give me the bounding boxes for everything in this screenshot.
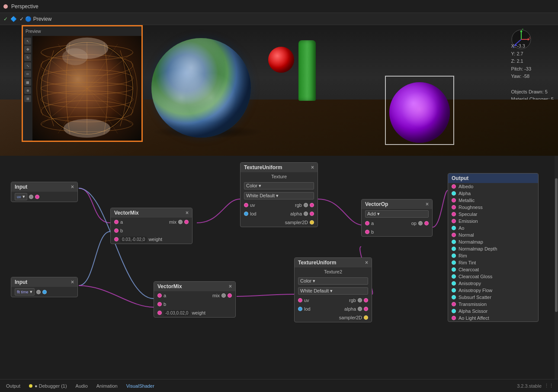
node-vectorop-close[interactable]: × <box>426 201 429 207</box>
tool-snap[interactable]: ⊕ <box>24 87 31 94</box>
tab-debugger[interactable]: ● Debugger (1) <box>27 382 69 389</box>
port-out-clearcoat-gloss[interactable] <box>452 274 456 279</box>
port-tex1-alpha-out[interactable] <box>310 212 314 216</box>
port-tex1-uv-in[interactable] <box>244 203 248 207</box>
tool-bucket[interactable]: ▦ <box>24 79 31 86</box>
node-input1-type[interactable]: uv <box>15 193 27 200</box>
texture2-default-select[interactable]: White Default <box>298 287 368 295</box>
node-vectormix2-close[interactable]: × <box>229 283 232 289</box>
port-input1-out[interactable] <box>35 195 39 199</box>
port-out-specular[interactable] <box>452 212 456 216</box>
port-vop-out[interactable] <box>424 221 429 225</box>
cam-x: X: -3.3 <box>511 42 554 50</box>
vm1-weight-value: 0.03,-0.02,0 <box>120 237 147 242</box>
port-tex2-rgb-eye[interactable] <box>358 298 362 302</box>
out-metallic-label: Metallic <box>459 198 535 203</box>
tex1-rgb-label: rgb <box>277 202 302 208</box>
port-out-metallic[interactable] <box>452 198 456 202</box>
vectorop-op-select[interactable]: Add <box>365 210 429 218</box>
port-tex1-rgb-eye[interactable] <box>304 203 308 207</box>
port-out-rim-tint[interactable] <box>452 260 456 265</box>
scrollbar-thumb[interactable] <box>555 178 558 312</box>
texture2-color-select[interactable]: Color <box>298 277 368 285</box>
node-output-title: Output <box>452 175 468 181</box>
port-input2-eye[interactable] <box>36 290 41 294</box>
port-out-subsurf[interactable] <box>452 295 456 299</box>
tab-visual-shader[interactable]: VisualShader <box>125 382 156 389</box>
port-vm2-mix-out[interactable] <box>228 293 232 298</box>
port-out-transmission[interactable] <box>452 302 456 306</box>
texture2-type-row: Texture2 <box>295 267 372 276</box>
debugger-label: ● Debugger (1) <box>35 383 67 389</box>
port-vm2-mix-eye[interactable] <box>221 293 226 298</box>
tool-rotate[interactable]: ↻ <box>24 54 31 61</box>
tool-paint[interactable]: ✏ <box>24 71 31 77</box>
port-out-anisotropy[interactable] <box>452 281 456 286</box>
svg-text:X: X <box>529 36 531 39</box>
port-out-ao-light[interactable] <box>452 316 456 320</box>
port-vop-op-eye[interactable] <box>418 221 423 225</box>
port-vm1-mix-out[interactable] <box>184 220 189 224</box>
port-tex2-alpha-eye[interactable] <box>358 307 362 311</box>
tab-audio[interactable]: Audio <box>74 382 90 389</box>
port-tex1-sampler[interactable] <box>310 220 314 225</box>
texture1-default-select[interactable]: White Default <box>244 192 314 199</box>
tool-grid[interactable]: ⊞ <box>24 95 31 102</box>
node-input2-close[interactable]: × <box>71 279 74 285</box>
port-out-albedo[interactable] <box>452 184 456 189</box>
port-tex2-lod-in[interactable] <box>298 307 302 311</box>
port-out-alpha-scissor[interactable] <box>452 309 456 313</box>
preview-label[interactable]: ✓ 🔵 Preview <box>19 16 51 22</box>
port-vm1-a-in[interactable] <box>114 220 119 224</box>
svg-point-19 <box>64 119 110 138</box>
port-out-emission[interactable] <box>452 219 456 223</box>
tool-scale[interactable]: ⤡ <box>24 62 31 69</box>
port-out-normal[interactable] <box>452 233 456 237</box>
tool-arrow[interactable]: ↖ <box>24 38 31 45</box>
port-tex2-sampler[interactable] <box>364 315 368 320</box>
node-texture2-close[interactable]: × <box>365 260 368 266</box>
right-scrollbar[interactable] <box>555 156 558 379</box>
port-vm2-a-in[interactable] <box>157 293 162 298</box>
tab-output[interactable]: Output <box>4 382 22 389</box>
tab-animation[interactable]: Animation <box>95 382 119 389</box>
output-row-ao: Ao <box>448 225 538 231</box>
port-vm2-weight-in[interactable] <box>157 311 162 315</box>
port-tex1-alpha-eye[interactable] <box>304 212 308 216</box>
port-tex2-alpha-out[interactable] <box>364 307 368 311</box>
node-input1-close[interactable]: × <box>71 184 74 190</box>
green-cylinder <box>298 40 316 101</box>
node-input1-header: Input × <box>11 182 77 192</box>
port-tex2-uv-in[interactable] <box>298 298 302 302</box>
port-input2-out[interactable] <box>42 290 47 294</box>
tool-move[interactable]: ✥ <box>24 46 31 53</box>
port-tex1-lod-in[interactable] <box>244 212 248 216</box>
port-out-alpha[interactable] <box>452 191 456 196</box>
node-texture1-close[interactable]: × <box>311 164 314 170</box>
port-vm1-b-in[interactable] <box>114 228 119 233</box>
out-transmission-label: Transmission <box>459 302 535 307</box>
port-input1-eye[interactable] <box>29 195 33 199</box>
port-out-ao[interactable] <box>452 226 456 230</box>
port-vm1-weight-in[interactable] <box>114 237 119 241</box>
port-tex1-rgb-out[interactable] <box>310 203 314 207</box>
port-out-anisotropy-flow[interactable] <box>452 288 456 292</box>
port-vop-b-in[interactable] <box>365 230 369 234</box>
layout-icon[interactable]: ⋮⋮ <box>544 383 554 389</box>
preview-canvas <box>32 36 141 141</box>
port-out-normalmap-depth[interactable] <box>452 247 456 251</box>
port-vm2-b-in[interactable] <box>157 302 162 306</box>
port-tex2-rgb-out[interactable] <box>364 298 368 302</box>
port-out-roughness[interactable] <box>452 205 456 209</box>
preview-icon: 🔷 <box>10 16 17 22</box>
port-out-clearcoat[interactable] <box>452 267 456 272</box>
port-out-rim[interactable] <box>452 254 456 258</box>
checkmark: ✓ <box>3 16 8 22</box>
port-out-normalmap[interactable] <box>452 240 456 244</box>
port-vop-a-in[interactable] <box>365 221 369 225</box>
node-vectormix1-close[interactable]: × <box>186 210 189 216</box>
texture1-color-select[interactable]: Color <box>244 182 314 190</box>
objects-drawn: Objects Drawn: 5 <box>511 88 554 96</box>
port-vm1-mix-eye[interactable] <box>178 220 183 224</box>
node-input2-type[interactable]: flt time <box>15 288 35 296</box>
